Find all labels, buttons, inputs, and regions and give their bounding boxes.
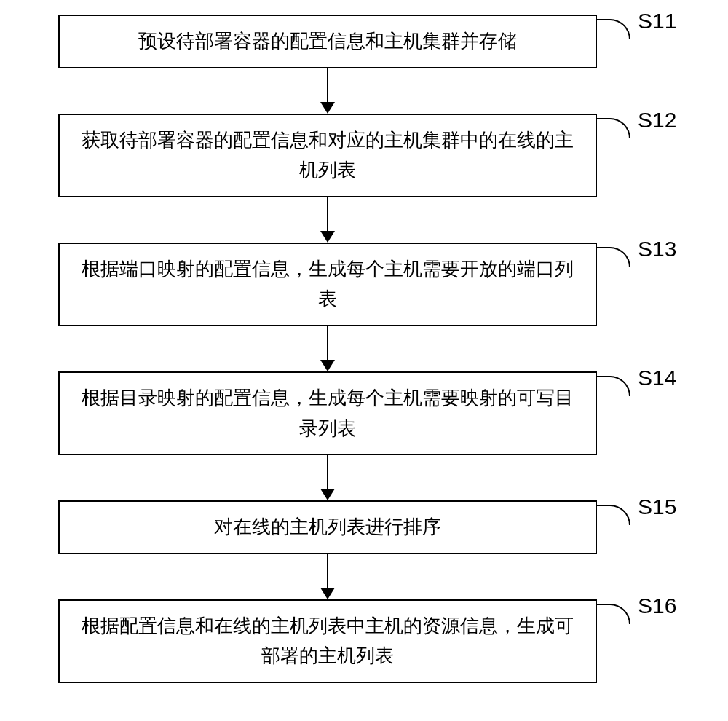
- arrow-down-icon: [320, 326, 335, 371]
- step-box-s13: 根据端口映射的配置信息，生成每个主机需要开放的端口列表: [58, 243, 597, 326]
- step-row-3: 根据端口映射的配置信息，生成每个主机需要开放的端口列表 S13: [29, 243, 699, 326]
- step-label: S16: [638, 594, 676, 618]
- arrow-down-icon: [320, 197, 335, 243]
- step-label: S11: [638, 9, 676, 34]
- arrow-down-icon: [320, 455, 335, 500]
- step-row-4: 根据目录映射的配置信息，生成每个主机需要映射的可写目录列表 S14: [29, 371, 699, 455]
- step-label: S12: [638, 108, 676, 133]
- step-text: 获取待部署容器的配置信息和对应的主机集群中的在线的主机列表: [74, 125, 581, 186]
- step-text: 对在线的主机列表进行排序: [214, 512, 441, 543]
- step-row-1: 预设待部署容器的配置信息和主机集群并存储 S11: [29, 15, 699, 68]
- step-box-s16: 根据配置信息和在线的主机列表中主机的资源信息，生成可部署的主机列表: [58, 599, 597, 683]
- connector-curve-icon: [596, 118, 630, 138]
- connector-curve-icon: [596, 247, 630, 267]
- step-label: S15: [638, 495, 676, 519]
- step-row-6: 根据配置信息和在线的主机列表中主机的资源信息，生成可部署的主机列表 S16: [29, 599, 699, 683]
- step-box-s11: 预设待部署容器的配置信息和主机集群并存储: [58, 15, 597, 68]
- step-text: 根据目录映射的配置信息，生成每个主机需要映射的可写目录列表: [74, 383, 581, 444]
- step-box-s15: 对在线的主机列表进行排序: [58, 500, 597, 554]
- step-label: S13: [638, 237, 676, 261]
- connector-curve-icon: [596, 19, 630, 39]
- connector-curve-icon: [596, 604, 630, 624]
- arrow-down-icon: [320, 68, 335, 114]
- step-text: 根据端口映射的配置信息，生成每个主机需要开放的端口列表: [74, 254, 581, 315]
- connector-curve-icon: [596, 376, 630, 396]
- step-row-5: 对在线的主机列表进行排序 S15: [29, 500, 699, 554]
- step-text: 预设待部署容器的配置信息和主机集群并存储: [138, 26, 517, 57]
- step-label: S14: [638, 366, 676, 390]
- step-text: 根据配置信息和在线的主机列表中主机的资源信息，生成可部署的主机列表: [74, 611, 581, 671]
- step-box-s12: 获取待部署容器的配置信息和对应的主机集群中的在线的主机列表: [58, 114, 597, 197]
- step-row-2: 获取待部署容器的配置信息和对应的主机集群中的在线的主机列表 S12: [29, 114, 699, 197]
- flowchart-container: 预设待部署容器的配置信息和主机集群并存储 S11 获取待部署容器的配置信息和对应…: [29, 15, 699, 683]
- step-box-s14: 根据目录映射的配置信息，生成每个主机需要映射的可写目录列表: [58, 371, 597, 455]
- connector-curve-icon: [596, 505, 630, 525]
- arrow-down-icon: [320, 554, 335, 599]
